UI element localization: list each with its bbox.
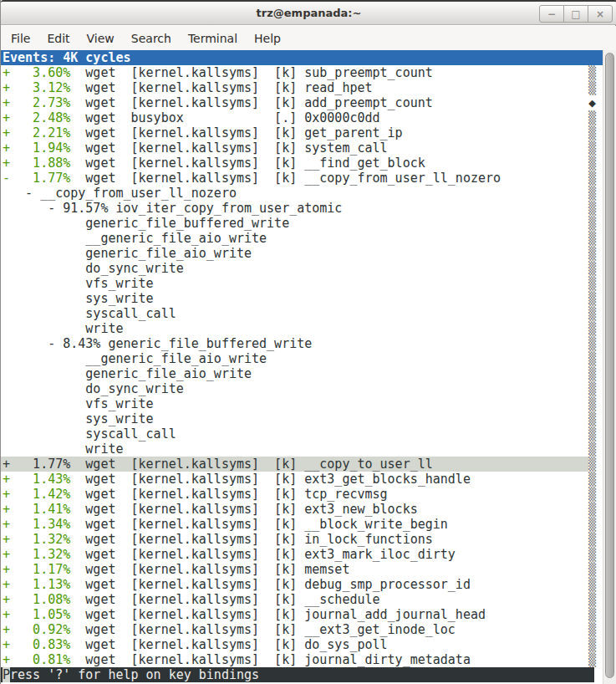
row-percent: + 0.81% bbox=[3, 652, 70, 667]
hist-row[interactable]: generic_file_buffered_write▒ bbox=[1, 216, 603, 231]
hist-row-selected[interactable]: + 1.77% wget [kernel.kallsyms] [k] __cop… bbox=[1, 457, 603, 472]
row-text: syscall_call bbox=[3, 306, 176, 321]
menu-item-edit[interactable]: Edit bbox=[38, 28, 78, 48]
row-percent: + 1.32% bbox=[3, 547, 70, 562]
hist-row[interactable]: do_sync_write▒ bbox=[1, 381, 603, 396]
scroll-shade-icon: ▒ bbox=[588, 171, 596, 186]
scroll-shade-icon: ▒ bbox=[588, 592, 596, 607]
hist-row[interactable]: write▒ bbox=[1, 442, 603, 457]
scroll-shade-icon: ▒ bbox=[588, 110, 596, 125]
maximize-icon: □ bbox=[571, 8, 580, 20]
hist-row[interactable]: + 3.12% wget [kernel.kallsyms] [k] read_… bbox=[1, 80, 603, 95]
row-text: wget [kernel.kallsyms] [k] system_call bbox=[70, 140, 387, 156]
hist-row[interactable]: - 8.43% generic_file_buffered_write▒ bbox=[1, 336, 603, 351]
hist-row[interactable]: + 1.42% wget [kernel.kallsyms] [k] tcp_r… bbox=[1, 487, 603, 502]
row-percent: + 1.41% bbox=[3, 502, 70, 517]
row-text: wget [kernel.kallsyms] [k] __copy_from_u… bbox=[70, 171, 501, 186]
scroll-shade-icon: ▒ bbox=[588, 472, 596, 487]
row-text: wget [kernel.kallsyms] [k] __schedule bbox=[70, 592, 379, 607]
hist-row[interactable]: - 91.57% iov_iter_copy_from_user_atomic▒ bbox=[1, 201, 603, 216]
hist-row[interactable]: - 1.77% wget [kernel.kallsyms] [k] __cop… bbox=[1, 171, 603, 186]
hist-row[interactable]: __generic_file_aio_write▒ bbox=[1, 231, 603, 246]
hist-row[interactable]: - __copy_from_user_ll_nozero▒ bbox=[1, 186, 603, 201]
scroll-shade-icon: ▒ bbox=[588, 502, 596, 517]
hist-row[interactable]: + 1.94% wget [kernel.kallsyms] [k] syste… bbox=[1, 140, 603, 156]
scroll-shade-icon: ▒ bbox=[588, 622, 596, 637]
menu-item-help[interactable]: Help bbox=[246, 28, 289, 48]
row-text: wget [kernel.kallsyms] [k] read_hpet bbox=[70, 80, 372, 95]
scroll-shade-icon: ▒ bbox=[588, 306, 596, 321]
scrollbar-thumb[interactable] bbox=[605, 53, 614, 678]
scroll-shade-icon: ▒ bbox=[588, 381, 596, 396]
hist-row[interactable]: + 1.34% wget [kernel.kallsyms] [k] __blo… bbox=[1, 517, 603, 532]
row-text: sys_write bbox=[3, 291, 154, 306]
row-text: - 91.57% iov_iter_copy_from_user_atomic bbox=[3, 201, 342, 216]
scrollbar[interactable] bbox=[603, 50, 616, 684]
hist-row[interactable]: + 2.48% wget busybox [.] 0x0000c0dd▒ bbox=[1, 110, 603, 125]
scroll-shade-icon: ▒ bbox=[588, 637, 596, 652]
terminal-cursor: P bbox=[3, 667, 10, 682]
scroll-shade-icon: ▒ bbox=[588, 186, 596, 201]
hist-row[interactable]: + 2.21% wget [kernel.kallsyms] [k] get_p… bbox=[1, 125, 603, 140]
row-percent: + 2.21% bbox=[3, 125, 70, 140]
hist-row[interactable]: + 3.60% wget [kernel.kallsyms] [k] sub_p… bbox=[1, 65, 603, 80]
menu-item-search[interactable]: Search bbox=[123, 28, 180, 48]
row-percent: + 1.05% bbox=[3, 607, 70, 622]
close-button[interactable]: × bbox=[588, 5, 613, 23]
scroll-shade-icon: ▒ bbox=[588, 411, 596, 426]
minimize-button[interactable]: − bbox=[539, 5, 564, 23]
hist-row[interactable]: + 0.92% wget [kernel.kallsyms] [k] __ext… bbox=[1, 622, 603, 637]
hist-row[interactable]: sys_write▒ bbox=[1, 291, 603, 306]
row-percent: + 2.73% bbox=[3, 95, 70, 110]
row-text: wget [kernel.kallsyms] [k] __block_write… bbox=[70, 517, 448, 532]
hist-row[interactable]: write▒ bbox=[1, 321, 603, 336]
hist-row[interactable]: + 1.17% wget [kernel.kallsyms] [k] memse… bbox=[1, 562, 603, 577]
hist-row[interactable]: generic_file_aio_write▒ bbox=[1, 366, 603, 381]
title-bar[interactable]: trz@empanada:~ − □ × bbox=[1, 0, 616, 25]
hist-row[interactable]: sys_write▒ bbox=[1, 411, 603, 426]
row-text: vfs_write bbox=[3, 396, 154, 411]
row-text: __generic_file_aio_write bbox=[3, 351, 267, 366]
hist-row[interactable]: + 2.73% wget [kernel.kallsyms] [k] add_p… bbox=[1, 95, 603, 110]
maximize-button[interactable]: □ bbox=[563, 5, 588, 23]
row-percent: + 3.60% bbox=[3, 65, 70, 80]
row-text: sys_write bbox=[3, 411, 154, 426]
hist-row[interactable]: + 1.08% wget [kernel.kallsyms] [k] __sch… bbox=[1, 592, 603, 607]
row-text: write bbox=[3, 321, 124, 336]
hist-row[interactable]: + 1.13% wget [kernel.kallsyms] [k] debug… bbox=[1, 577, 603, 592]
scroll-shade-icon: ▒ bbox=[588, 457, 596, 472]
row-text: do_sync_write bbox=[3, 381, 184, 396]
hist-row[interactable]: vfs_write▒ bbox=[1, 276, 603, 291]
menu-bar: FileEditViewSearchTerminalHelp bbox=[1, 26, 616, 50]
scroll-shade-icon: ▒ bbox=[588, 396, 596, 411]
close-icon: × bbox=[596, 8, 604, 20]
hist-row[interactable]: + 1.41% wget [kernel.kallsyms] [k] ext3_… bbox=[1, 502, 603, 517]
hist-row[interactable]: + 0.81% wget [kernel.kallsyms] [k] journ… bbox=[1, 652, 603, 667]
hist-row[interactable]: syscall_call▒ bbox=[1, 426, 603, 442]
scroll-shade-icon: ▒ bbox=[588, 201, 596, 216]
hist-row[interactable]: syscall_call▒ bbox=[1, 306, 603, 321]
hist-row[interactable]: generic_file_aio_write▒ bbox=[1, 246, 603, 261]
hist-row[interactable]: + 1.05% wget [kernel.kallsyms] [k] journ… bbox=[1, 607, 603, 622]
hist-row[interactable]: + 1.32% wget [kernel.kallsyms] [k] in_lo… bbox=[1, 532, 603, 547]
hist-row[interactable]: __generic_file_aio_write▒ bbox=[1, 351, 603, 366]
hist-row[interactable]: + 0.83% wget [kernel.kallsyms] [k] do_sy… bbox=[1, 637, 603, 652]
row-text: generic_file_aio_write bbox=[3, 366, 252, 381]
menu-item-file[interactable]: File bbox=[3, 28, 38, 48]
hist-row[interactable]: + 1.43% wget [kernel.kallsyms] [k] ext3_… bbox=[1, 472, 603, 487]
hist-row[interactable]: + 1.88% wget [kernel.kallsyms] [k] __fin… bbox=[1, 156, 603, 171]
minimize-icon: − bbox=[547, 8, 556, 20]
status-text: ress '?' for help on key bindings bbox=[10, 667, 259, 682]
scroll-shade-icon: ▒ bbox=[588, 607, 596, 622]
menu-item-terminal[interactable]: Terminal bbox=[180, 28, 246, 48]
hist-row[interactable]: do_sync_write▒ bbox=[1, 261, 603, 276]
status-bar: Press '?' for help on key bindings bbox=[1, 667, 594, 682]
row-percent: + 1.13% bbox=[3, 577, 70, 592]
hist-row[interactable]: vfs_write▒ bbox=[1, 396, 603, 411]
scroll-shade-icon: ▒ bbox=[588, 336, 596, 351]
row-percent: + 1.88% bbox=[3, 156, 70, 171]
menu-item-view[interactable]: View bbox=[79, 28, 123, 48]
row-text: wget [kernel.kallsyms] [k] memset bbox=[70, 562, 349, 577]
row-percent: + 1.34% bbox=[3, 517, 70, 532]
hist-row[interactable]: + 1.32% wget [kernel.kallsyms] [k] ext3_… bbox=[1, 547, 603, 562]
